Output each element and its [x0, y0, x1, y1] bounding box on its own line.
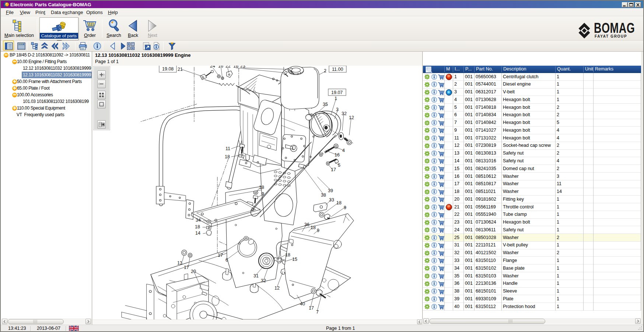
svg-text:17: 17: [184, 265, 189, 270]
svg-text:6: 6: [225, 257, 228, 263]
svg-text:16: 16: [335, 152, 340, 158]
svg-text:35: 35: [323, 102, 328, 107]
svg-text:16: 16: [233, 66, 238, 69]
svg-text:32: 32: [342, 111, 347, 116]
svg-text:5: 5: [338, 163, 340, 168]
svg-text:34: 34: [196, 218, 201, 223]
svg-text:3: 3: [336, 107, 339, 112]
svg-text:32: 32: [261, 278, 266, 283]
svg-text:13: 13: [177, 260, 182, 266]
svg-text:17: 17: [309, 305, 314, 311]
svg-text:BOMAG: BOMAG: [594, 21, 635, 36]
svg-text:18: 18: [225, 154, 230, 159]
svg-text:40: 40: [300, 301, 305, 307]
svg-text:20: 20: [191, 269, 196, 274]
svg-text:17: 17: [331, 167, 336, 172]
svg-text:22: 22: [225, 66, 231, 69]
svg-text:18: 18: [336, 200, 342, 205]
svg-text:38: 38: [321, 193, 326, 198]
svg-text:9: 9: [317, 228, 319, 233]
svg-text:18: 18: [311, 225, 316, 230]
svg-text:9: 9: [262, 191, 264, 197]
svg-text:23: 23: [240, 66, 245, 69]
svg-text:2: 2: [324, 68, 326, 73]
svg-text:14: 14: [195, 231, 200, 236]
svg-text:11.00: 11.00: [332, 67, 343, 72]
svg-text:7: 7: [316, 309, 319, 315]
svg-text:21: 21: [178, 67, 183, 72]
svg-text:18: 18: [195, 224, 200, 229]
svg-text:19.08: 19.08: [162, 66, 174, 72]
svg-text:4: 4: [342, 148, 345, 153]
svg-text:16: 16: [218, 66, 223, 69]
svg-text:9: 9: [344, 205, 346, 210]
svg-text:12: 12: [349, 115, 354, 120]
svg-text:17: 17: [218, 253, 223, 258]
svg-text:18: 18: [259, 185, 264, 190]
svg-text:31: 31: [253, 273, 259, 279]
svg-text:18: 18: [285, 252, 290, 257]
svg-text:19.07: 19.07: [331, 90, 343, 95]
svg-text:15: 15: [292, 257, 297, 262]
svg-text:33: 33: [329, 197, 334, 203]
svg-text:12: 12: [274, 286, 280, 291]
svg-text:36: 36: [304, 222, 309, 227]
svg-text:1: 1: [335, 96, 337, 101]
svg-text:39: 39: [328, 188, 333, 193]
svg-text:FAYAT GROUP: FAYAT GROUP: [595, 34, 627, 38]
svg-text:24: 24: [210, 66, 215, 69]
svg-text:11: 11: [225, 146, 230, 151]
